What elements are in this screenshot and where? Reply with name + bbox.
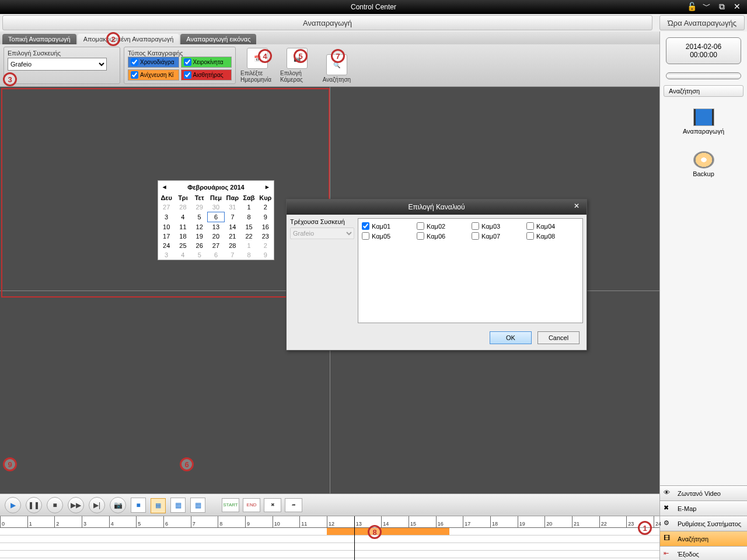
camera-icon: 📷 — [287, 48, 308, 69]
cal-day[interactable]: 19 — [191, 232, 208, 241]
cal-day[interactable]: 31 — [224, 202, 240, 212]
cal-day[interactable]: 25 — [174, 241, 191, 250]
tab-image[interactable]: Αναπαραγωγή εικόνας — [180, 34, 256, 44]
cal-day[interactable]: 3 — [158, 250, 174, 260]
grid9-button[interactable]: ▦ — [170, 498, 186, 513]
cal-day[interactable]: 12 — [191, 222, 208, 232]
cal-day[interactable]: 4 — [174, 250, 191, 260]
cal-next[interactable]: ▸ — [266, 183, 269, 191]
sidebar-backup-button[interactable]: Backup — [660, 151, 747, 177]
lock-icon[interactable]: 🔓 — [686, 1, 697, 12]
menu-search[interactable]: 🎞Αναζήτηση — [660, 531, 747, 546]
cal-day[interactable]: 1 — [240, 241, 257, 250]
cal-day[interactable]: 1 — [240, 202, 257, 212]
cal-day[interactable]: 8 — [240, 212, 257, 222]
page-title: Αναπαραγωγή — [2, 15, 652, 30]
tab-remote[interactable]: Απομακρυσμένη Αναπαραγωγή — [78, 34, 180, 44]
recordtype-3[interactable]: Αισθητήρας — [181, 69, 232, 80]
channel-Καμ06[interactable]: Καμ06 — [417, 232, 469, 240]
cal-day[interactable]: 15 — [240, 222, 257, 232]
player-bar: ▶ ❚❚ ■ ▶▶ ▶| 📷 ■ ▦ ▦ ▦ START END ✖ ➦ — [0, 494, 659, 516]
cal-day[interactable]: 21 — [224, 232, 240, 241]
cal-day[interactable]: 11 — [174, 222, 191, 232]
cal-day[interactable]: 24 — [158, 241, 174, 250]
sidebar-playback-button[interactable]: Αναπαραγωγή — [660, 108, 747, 135]
cal-day[interactable]: 26 — [191, 241, 208, 250]
seg-cancel-button[interactable]: ✖ — [264, 498, 281, 512]
select-date-button[interactable]: 📅 Επιλέξτε Ημερομηνία — [239, 47, 275, 84]
play-button[interactable]: ▶ — [5, 497, 21, 513]
cal-day[interactable]: 5 — [191, 212, 208, 222]
cal-day[interactable]: 30 — [208, 202, 224, 212]
cal-day[interactable]: 29 — [191, 202, 208, 212]
cal-day[interactable]: 5 — [191, 250, 208, 260]
cal-day[interactable]: 18 — [174, 232, 191, 241]
menu-live-video[interactable]: 👁Ζωντανό Video — [660, 485, 747, 501]
timeline-segment[interactable] — [327, 528, 449, 535]
seg-export-button[interactable]: ➦ — [285, 498, 302, 512]
minimize-icon[interactable]: ﹀ — [701, 1, 712, 12]
cal-day[interactable]: 8 — [240, 250, 257, 260]
dialog-close-icon[interactable]: ✕ — [574, 202, 583, 211]
channel-Καμ02[interactable]: Καμ02 — [417, 222, 469, 230]
grid16-button[interactable]: ▦ — [190, 498, 205, 513]
ffwd-button[interactable]: ▶▶ — [68, 497, 84, 513]
maximize-icon[interactable]: ⧉ — [717, 1, 727, 12]
menu-system-settings[interactable]: ⚙Ρυθμίσεις Συστήματος — [660, 516, 747, 531]
channel-Καμ05[interactable]: Καμ05 — [362, 232, 414, 240]
close-icon[interactable]: ✕ — [732, 1, 742, 12]
cal-day[interactable]: 3 — [158, 212, 174, 222]
timeline-marker[interactable] — [354, 516, 355, 560]
channel-Καμ01[interactable]: Καμ01 — [362, 222, 414, 230]
dialog-cancel-button[interactable]: Cancel — [537, 331, 580, 344]
cal-day[interactable]: 6 — [208, 212, 224, 222]
channel-Καμ04[interactable]: Καμ04 — [526, 222, 579, 230]
time-scroll[interactable] — [666, 72, 741, 79]
grid4-button[interactable]: ▦ — [151, 498, 166, 513]
cal-day[interactable]: 17 — [158, 232, 174, 241]
recordtype-0[interactable]: Χρονοδιάγρα — [128, 57, 179, 68]
cal-day[interactable]: 28 — [224, 241, 240, 250]
tab-local[interactable]: Τοπική Αναπαραγωγή — [2, 34, 76, 44]
cal-day[interactable]: 13 — [208, 222, 224, 232]
seg-end-button[interactable]: END — [243, 498, 260, 512]
select-camera-button[interactable]: 📷 Επιλογή Κάμερας — [279, 47, 315, 84]
channel-Καμ03[interactable]: Καμ03 — [472, 222, 524, 230]
menu-exit[interactable]: ⇤Έξοδος — [660, 546, 747, 560]
next-button[interactable]: ▶| — [89, 497, 105, 513]
cal-day[interactable]: 7 — [224, 250, 240, 260]
recordtype-2[interactable]: Ανίχνευση Κί — [128, 69, 179, 80]
cal-day[interactable]: 16 — [257, 222, 274, 232]
cal-day[interactable]: 27 — [208, 241, 224, 250]
cal-day[interactable]: 22 — [240, 232, 257, 241]
cal-day[interactable]: 23 — [257, 232, 274, 241]
cal-day[interactable]: 6 — [208, 250, 224, 260]
cal-day[interactable]: 2 — [257, 202, 274, 212]
cal-day[interactable]: 9 — [257, 250, 274, 260]
dialog-ok-button[interactable]: OK — [490, 331, 532, 344]
menu-emap[interactable]: ✖E-Map — [660, 501, 747, 516]
search-button[interactable]: 🔍 Αναζήτηση — [319, 47, 355, 84]
cal-day[interactable]: 28 — [174, 202, 191, 212]
cal-prev[interactable]: ◂ — [163, 183, 166, 191]
timeline[interactable]: 0123456789101112131415161718192021222324 — [0, 516, 659, 560]
stop-button[interactable]: ■ — [47, 497, 63, 513]
cal-day[interactable]: 9 — [257, 212, 274, 222]
dialog-device-select[interactable]: Grafeio — [290, 228, 354, 239]
cal-day[interactable]: 14 — [224, 222, 240, 232]
cal-day[interactable]: 10 — [158, 222, 174, 232]
channel-Καμ08[interactable]: Καμ08 — [526, 232, 579, 240]
snapshot-button[interactable]: 📷 — [110, 497, 126, 513]
cal-day[interactable]: 20 — [208, 232, 224, 241]
cal-day[interactable]: 4 — [174, 212, 191, 222]
cal-day[interactable]: 2 — [257, 241, 274, 250]
video-grid[interactable]: ◂ Φεβρουάριος 2014 ▸ ΔευΤριΤετΠεμΠαρΣαβΚ… — [0, 87, 659, 494]
device-select[interactable]: Grafeio — [8, 58, 107, 71]
grid1-button[interactable]: ■ — [131, 498, 146, 513]
cal-day[interactable]: 7 — [224, 212, 240, 222]
recordtype-1[interactable]: Χειροκίνητα — [181, 57, 232, 68]
seg-start-button[interactable]: START — [222, 498, 239, 512]
cal-day[interactable]: 27 — [158, 202, 174, 212]
pause-button[interactable]: ❚❚ — [26, 497, 42, 513]
channel-Καμ07[interactable]: Καμ07 — [472, 232, 524, 240]
